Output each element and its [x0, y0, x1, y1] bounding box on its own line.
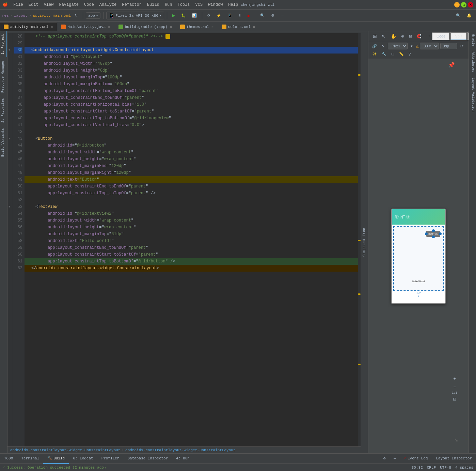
code-line-28[interactable]: <!-- app:layout_constraintTop_toTopOf="p… [25, 33, 358, 40]
maximize-button[interactable]: □ [461, 2, 466, 7]
dp-input[interactable] [440, 43, 457, 49]
status-indent[interactable]: 4 spaces [455, 466, 473, 470]
tab-close-activity-main[interactable]: ✕ [50, 25, 53, 29]
debug-button[interactable]: 🐛 [179, 12, 188, 19]
sdk-button[interactable]: ⬇ [236, 12, 244, 19]
breadcrumb-constraint-layout[interactable]: androidx.constraintlayout.widget.Constra… [10, 448, 120, 452]
code-line-47[interactable]: android:layout_marginEnd="120dp" [25, 163, 358, 169]
menu-edit[interactable]: Edit [26, 2, 41, 8]
menu-run[interactable]: Run [162, 2, 175, 8]
code-line-41[interactable]: app:layout_constraintVertical_bias="0.0"… [25, 122, 358, 128]
code-line-43[interactable]: <Button [25, 135, 358, 142]
sidebar-item-gradle[interactable]: Gradle [469, 31, 476, 49]
menu-file[interactable]: File [11, 2, 26, 8]
code-line-40[interactable]: app:layout_constraintTop_toBottomOf="@+i… [25, 115, 358, 122]
resize-handle[interactable]: ⤡ [454, 437, 458, 443]
menu-navigate[interactable]: Navigate [56, 2, 81, 8]
api-select[interactable]: 30 ▾ [420, 43, 439, 49]
code-line-59[interactable]: app:layout_constraintEnd_toEndOf="parent… [25, 244, 358, 251]
screenshot-mode[interactable]: ⊡ [451, 395, 458, 403]
sync-gradle-button[interactable]: ⚡ [214, 12, 224, 19]
tab-terminal[interactable]: Terminal [17, 454, 43, 464]
code-line-55[interactable]: android:layout_width="wrap_content" [25, 217, 358, 224]
guidelines[interactable]: 📏 [397, 51, 406, 57]
tab-build[interactable]: 🔨 Build [43, 454, 69, 464]
code-line-31[interactable]: android:id="@+id/layput" [25, 54, 358, 60]
menu-refactor[interactable]: Refactor [119, 2, 144, 8]
code-line-42[interactable] [25, 128, 358, 135]
code-line-35[interactable]: android:layout_marginBottom="100dp" [25, 81, 358, 88]
menu-tools[interactable]: Tools [175, 2, 193, 8]
settings-button[interactable]: ⚙ [269, 12, 277, 19]
minimize-button[interactable]: — [454, 2, 460, 7]
code-line-45[interactable]: android:layout_width="wrap_content" [25, 149, 358, 156]
sidebar-item-resource[interactable]: Resource Manager [0, 57, 7, 95]
tab-todo[interactable]: TODO [0, 454, 17, 464]
code-line-61[interactable]: app:layout_constraintTop_toBottomOf="@+i… [25, 258, 358, 265]
stop-button[interactable]: ■ [245, 13, 252, 19]
status-crlf[interactable]: CRLF [427, 466, 436, 470]
status-position[interactable]: 30:32 [412, 466, 423, 470]
device-dropdown[interactable]: 📱 Pixel_3a_API_30_x86 ▾ [106, 12, 164, 19]
infer-constraints[interactable]: 🔧 [380, 51, 388, 57]
tab-close-mainactivity[interactable]: ✕ [107, 25, 111, 29]
sidebar-item-build-variants[interactable]: Build Variants [0, 125, 7, 159]
code-line-62[interactable]: </androidx.constraintlayout.widget.Const… [25, 265, 358, 272]
menu-help[interactable]: Help [225, 2, 241, 8]
code-line-56[interactable]: android:layout_height="wrap_content" [25, 224, 358, 231]
code-line-38[interactable]: app:layout_constraintHorizontal_bias="1.… [25, 101, 358, 108]
menu-vcs[interactable]: VCS [193, 2, 206, 8]
sidebar-item-layout-validation[interactable]: Layout Validation [469, 75, 476, 115]
fold-53[interactable]: ▼ [9, 205, 10, 209]
zoom-in-control[interactable]: + [451, 375, 458, 382]
avd-button[interactable]: 📱 [225, 12, 235, 19]
tab-activity-main[interactable]: activity_main.xml ✕ [0, 22, 57, 31]
code-line-50[interactable]: app:layout_constraintEnd_toEndOf="parent… [25, 183, 358, 190]
select-mode[interactable]: ↖ [380, 32, 387, 40]
layout-inspector-btn[interactable]: Layout Inspector [432, 454, 476, 464]
status-charset[interactable]: UTF-8 [440, 466, 451, 470]
code-line-44[interactable]: android:id="@+id/button" [25, 142, 358, 149]
select-tool[interactable]: ↖ [380, 43, 386, 49]
code-line-30[interactable]: <androidx.constraintlayout.widget.Constr… [25, 47, 358, 54]
settings-gear[interactable]: ⚙ [379, 454, 390, 464]
sidebar-item-favorites[interactable]: 2: Favorites [0, 95, 7, 125]
anchor-bottom-dot[interactable] [432, 236, 435, 238]
code-line-29[interactable] [25, 40, 358, 47]
tab-close-build-gradle[interactable]: ✕ [169, 25, 173, 29]
code-line-54[interactable]: android:id="@+id/textView2" [25, 210, 358, 217]
code-line-60[interactable]: app:layout_constraintStart_toStartOf="pa… [25, 251, 358, 258]
anchor-top-dot[interactable] [432, 229, 435, 232]
anchor-left-dot[interactable] [425, 232, 428, 235]
zoom-fit[interactable]: ⊡ [407, 33, 414, 40]
menu-window[interactable]: Window [205, 2, 225, 8]
device-arrow[interactable]: ▾ [409, 43, 414, 49]
split-mode-tab[interactable]: Split [450, 32, 467, 40]
minimize-panel[interactable]: — [390, 454, 400, 464]
tab-database[interactable]: Database Inspector [123, 454, 172, 464]
tab-themes[interactable]: themes.xml ✕ [176, 22, 218, 31]
search-button[interactable]: 🔍 [454, 12, 463, 19]
align-tools[interactable]: ⊡ [390, 51, 396, 57]
code-line-39[interactable]: app:layout_constraintStart_toStartOf="pa… [25, 108, 358, 115]
fold-43[interactable]: ▼ [9, 137, 10, 140]
tab-close-themes[interactable]: ✕ [211, 25, 214, 29]
run-button[interactable]: ▶ [170, 12, 177, 19]
menu-code[interactable]: Code [81, 2, 97, 8]
fold-30[interactable]: ▼ [9, 48, 10, 52]
sidebar-item-project[interactable]: 1: Project [0, 31, 7, 57]
code-line-51[interactable]: app:layout_constraintTop_toTopOf="parent… [25, 190, 358, 197]
sidebar-item-attributes[interactable]: Attributes [469, 49, 476, 75]
tab-run[interactable]: 4: Run [172, 454, 194, 464]
help-layout[interactable]: ? [407, 51, 412, 57]
more-button[interactable]: ⋯ [278, 12, 287, 19]
more-tools[interactable]: ⋯ [425, 33, 432, 40]
palette-toggle[interactable]: ⊞ [371, 32, 379, 40]
tab-colors[interactable]: colors.xml ✕ [218, 22, 259, 31]
tab-close-colors[interactable]: ✕ [252, 25, 256, 29]
tab-logcat[interactable]: 6: Logcat [69, 454, 97, 464]
magic-fix[interactable]: ✨ [370, 51, 379, 57]
breadcrumb-constraint-layout-2[interactable]: androidx.constraintlayout.widget.Constra… [125, 448, 235, 452]
close-button[interactable]: ✕ [468, 2, 473, 7]
profile-button[interactable]: 📊 [190, 12, 199, 19]
